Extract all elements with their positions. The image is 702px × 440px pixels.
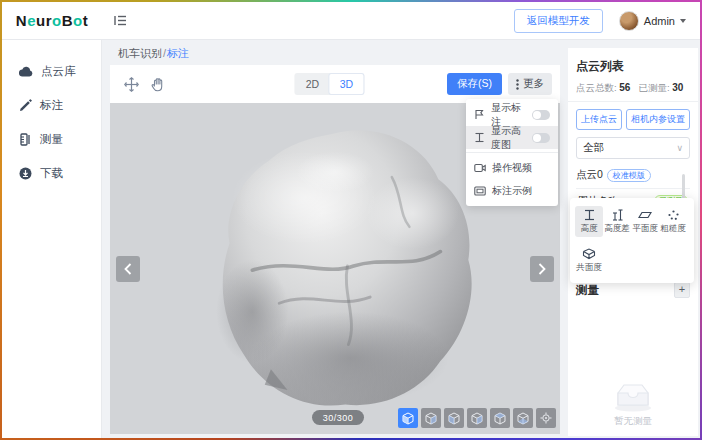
more-dropdown-menu: 显示标注 显示高度图 操作视频 标注示例 [466, 99, 558, 206]
filter-select[interactable]: 全部 ∨ [576, 137, 690, 159]
roughness-tool-icon [667, 209, 680, 221]
view-cube-top-button[interactable] [490, 408, 510, 428]
move-tool-icon[interactable] [124, 77, 139, 92]
viewer-toolbar: 2D 3D 保存(S) 更多 [110, 65, 560, 103]
toolbar-actions: 保存(S) 更多 [447, 73, 552, 95]
view-cube-left-button[interactable] [444, 408, 464, 428]
logo-letter: B [62, 12, 73, 29]
group-name: 点云0 [576, 168, 603, 182]
add-measurement-button[interactable]: + [674, 282, 690, 298]
app-logo: NeuroBot [2, 12, 102, 29]
menu-item-operation-video[interactable]: 操作视频 [466, 156, 558, 179]
menu-item-label: 操作视频 [492, 161, 550, 175]
sidebar-item-pointcloud-library[interactable]: 点云库 [2, 54, 101, 88]
logo-letter: t [83, 12, 89, 29]
download-icon [19, 167, 32, 180]
next-image-button[interactable] [530, 256, 554, 282]
crosshair-target-icon [540, 412, 552, 424]
panel-title: 点云列表 [576, 58, 690, 75]
prev-image-button[interactable] [116, 256, 140, 282]
sidebar-item-label: 标注 [40, 98, 63, 113]
menu-item-label: 显示高度图 [491, 124, 526, 152]
view-cube-front-button[interactable] [398, 408, 418, 428]
tool-label: 高度差 [604, 223, 630, 235]
vertical-dots-icon [516, 79, 519, 90]
tool-coplanarity[interactable]: 共面度 [575, 245, 603, 276]
view-mode-segmented: 2D 3D [294, 73, 364, 95]
measured-value: 30 [672, 82, 683, 93]
empty-box-icon [610, 380, 656, 412]
height-difference-tool-icon [611, 209, 624, 221]
hand-pan-icon[interactable] [151, 77, 165, 92]
menu-item-annotation-example[interactable]: 标注示例 [466, 179, 558, 202]
coplanarity-tool-icon [582, 248, 596, 260]
cube-icon [471, 412, 483, 425]
reset-view-button[interactable] [536, 408, 556, 428]
sidebar-item-download[interactable]: 下载 [2, 156, 101, 190]
flatness-tool-icon [638, 209, 652, 221]
tab-2d[interactable]: 2D [295, 74, 329, 94]
pointcloud-panel: 点云列表 点云总数: 56 已测量: 30 上传点云 相机内参设置 全部 ∨ 点… [568, 48, 698, 436]
show-heightmap-toggle[interactable] [532, 133, 550, 143]
user-menu[interactable]: Admin [619, 11, 686, 31]
sidebar-item-measure[interactable]: 测量 [2, 122, 101, 156]
menu-item-show-heightmap[interactable]: 显示高度图 [466, 126, 558, 149]
more-button[interactable]: 更多 [508, 73, 552, 95]
ruler-icon [19, 133, 32, 146]
total-value: 56 [619, 82, 630, 93]
breadcrumb: 机车识别/标注 [102, 44, 560, 65]
calibration-template-tag: 校准模版 [607, 169, 651, 182]
view-cube-back-button[interactable] [421, 408, 441, 428]
breadcrumb-parent[interactable]: 机车识别 [118, 47, 162, 59]
tool-height[interactable]: 高度 [575, 206, 603, 237]
tool-roughness[interactable]: 粗糙度 [659, 206, 687, 237]
cube-icon [448, 412, 460, 425]
viewer-card: 2D 3D 保存(S) 更多 显示标注 [110, 65, 560, 434]
measurement-title: 测量 [576, 283, 599, 298]
sidebar-collapse-icon[interactable] [114, 15, 127, 26]
screen-gradient-border: NeuroBot 返回模型开发 Admin 点云库 标注 测量 [0, 0, 702, 440]
app-window: NeuroBot 返回模型开发 Admin 点云库 标注 测量 [2, 2, 700, 438]
tools-row: 高度 高度差 平面度 粗糙度 [575, 206, 689, 237]
tool-flatness[interactable]: 平面度 [631, 206, 659, 237]
logo-letter-accent: o [73, 12, 83, 29]
chevron-left-icon [124, 263, 132, 275]
empty-state-text: 暂无测量 [614, 415, 652, 428]
breadcrumb-current: 标注 [167, 47, 189, 59]
cube-icon [494, 412, 506, 425]
height-icon [474, 132, 485, 143]
tab-3d[interactable]: 3D [329, 74, 363, 94]
tool-label: 高度 [581, 223, 598, 235]
flag-icon [474, 109, 485, 120]
panel-buttons: 上传点云 相机内参设置 [576, 109, 690, 130]
image-example-icon [474, 186, 486, 196]
filter-select-value: 全部 [583, 141, 604, 155]
camera-params-button[interactable]: 相机内参设置 [626, 109, 690, 130]
cube-icon [517, 412, 529, 425]
measure-tools-popup: 高度 高度差 平面度 粗糙度 [570, 198, 694, 283]
sidebar-item-label: 下载 [40, 166, 63, 181]
back-to-model-dev-button[interactable]: 返回模型开发 [514, 9, 603, 33]
tool-label: 共面度 [576, 262, 602, 274]
show-annotation-toggle[interactable] [532, 110, 550, 120]
tools-row: 共面度 [575, 245, 689, 276]
tool-label: 平面度 [632, 223, 658, 235]
more-button-label: 更多 [523, 77, 544, 91]
sidebar-item-label: 测量 [40, 132, 63, 147]
tooth-3d-model[interactable] [180, 115, 490, 415]
group-divider [576, 188, 690, 189]
avatar [619, 11, 639, 31]
save-button[interactable]: 保存(S) [447, 73, 502, 95]
logo-letter-accent: o [52, 12, 62, 29]
upload-pointcloud-button[interactable]: 上传点云 [576, 109, 622, 130]
empty-state: 暂无测量 [568, 380, 698, 428]
menu-item-label: 标注示例 [492, 184, 550, 198]
pagination-indicator: 30/300 [312, 410, 364, 425]
tool-height-difference[interactable]: 高度差 [603, 206, 631, 237]
video-icon [474, 163, 486, 173]
sidebar-item-annotate[interactable]: 标注 [2, 88, 101, 122]
view-cube-bottom-button[interactable] [513, 408, 533, 428]
breadcrumb-separator: / [163, 47, 166, 59]
view-cube-right-button[interactable] [467, 408, 487, 428]
pointcloud-group-row[interactable]: 点云0 校准模版 [576, 168, 690, 182]
